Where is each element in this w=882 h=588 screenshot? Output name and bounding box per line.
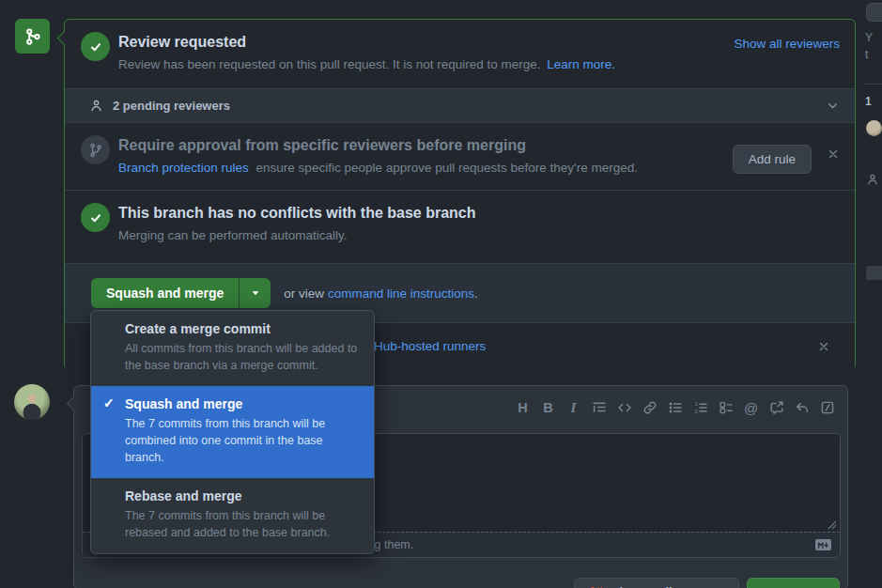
pending-reviewers-row[interactable]: 2 pending reviewers [65, 88, 855, 123]
reply-icon[interactable] [789, 394, 814, 422]
code-icon[interactable] [611, 394, 637, 422]
dismiss-protection-icon[interactable] [825, 146, 842, 162]
comment-button[interactable]: Comment [747, 578, 840, 588]
heading-icon[interactable]: H [510, 394, 535, 422]
merge-button-group: Squash and merge [91, 278, 271, 308]
chevron-down-icon[interactable] [826, 99, 840, 113]
slash-command-icon[interactable] [814, 394, 840, 422]
sidebar-text-fragment: Y [865, 31, 873, 44]
option-create-merge-commit[interactable]: Create a merge commit All commits from t… [91, 311, 374, 386]
learn-more-link[interactable]: Learn more. [547, 57, 615, 71]
sidebar-divider [864, 84, 882, 85]
sidebar-label-fragment[interactable] [866, 266, 882, 280]
svg-text:1: 1 [694, 401, 698, 407]
unordered-list-icon[interactable] [662, 394, 688, 422]
option-rebase-and-merge[interactable]: Rebase and merge The 7 commits from this… [91, 478, 374, 553]
command-line-instructions-link[interactable]: command line instructions [328, 286, 474, 301]
squash-and-merge-button[interactable]: Squash and merge [91, 278, 239, 308]
git-merge-icon [23, 27, 42, 46]
sidebar-avatar[interactable] [866, 120, 882, 136]
review-requested-section: Review requested Review has been request… [65, 20, 855, 88]
close-pull-request-button[interactable]: Close pull request [574, 578, 739, 588]
no-conflicts-title: This branch has no conflicts with the ba… [118, 205, 476, 222]
review-requested-title: Review requested [118, 34, 246, 51]
review-requested-description: Review has been requested on this pull r… [118, 57, 541, 71]
no-conflicts-description: Merging can be performed automatically. [118, 228, 348, 242]
quote-icon[interactable] [586, 394, 611, 422]
mention-icon[interactable]: @ [738, 394, 764, 422]
svg-text:2: 2 [694, 409, 698, 414]
ordered-list-icon[interactable]: 12 [688, 394, 713, 422]
option-squash-and-merge[interactable]: ✓ Squash and merge The 7 commits from th… [91, 386, 374, 478]
or-view-text: or view [284, 286, 324, 301]
dismiss-notice-icon[interactable] [815, 338, 832, 355]
sidebar-person-icon [866, 173, 879, 186]
merge-options-caret-button[interactable] [239, 278, 271, 308]
check-circle-icon [81, 32, 110, 61]
check-icon: ✓ [103, 395, 115, 410]
add-rule-button[interactable]: Add rule [733, 145, 812, 174]
branch-protection-rules-link[interactable]: Branch protection rules [118, 161, 249, 175]
cross-reference-icon[interactable] [764, 394, 789, 422]
sidebar-count: 1 [865, 95, 872, 108]
branch-protection-section: Require approval from specific reviewers… [65, 123, 855, 190]
sidebar-sliver: Y t 1 [864, 0, 882, 588]
sidebar-text-fragment: t [865, 48, 868, 61]
sidebar-gear-button[interactable] [866, 3, 882, 22]
task-list-icon[interactable] [713, 394, 738, 422]
resize-handle[interactable] [828, 520, 837, 530]
pending-reviewers-label: 2 pending reviewers [113, 99, 230, 113]
link-icon[interactable] [637, 394, 662, 422]
show-all-reviewers-link[interactable]: Show all reviewers [734, 37, 840, 51]
no-conflicts-section: This branch has no conflicts with the ba… [65, 190, 855, 263]
italic-icon[interactable]: I [561, 394, 586, 422]
pr-merge-status-icon [15, 19, 50, 54]
markdown-icon [815, 539, 831, 550]
comment-actions: Close pull request Comment [574, 578, 840, 588]
branch-protection-description: ensure specific people approve pull requ… [256, 161, 638, 175]
merge-options-dropdown: Create a merge commit All commits from t… [90, 310, 375, 554]
person-icon [89, 99, 103, 113]
bold-icon[interactable]: B [535, 394, 561, 422]
check-circle-icon [81, 203, 110, 232]
user-avatar[interactable] [14, 384, 50, 420]
git-branch-icon [81, 135, 110, 164]
branch-protection-title: Require approval from specific reviewers… [118, 137, 526, 154]
hub-hosted-runners-link[interactable]: Hub-hosted runners [374, 339, 486, 353]
